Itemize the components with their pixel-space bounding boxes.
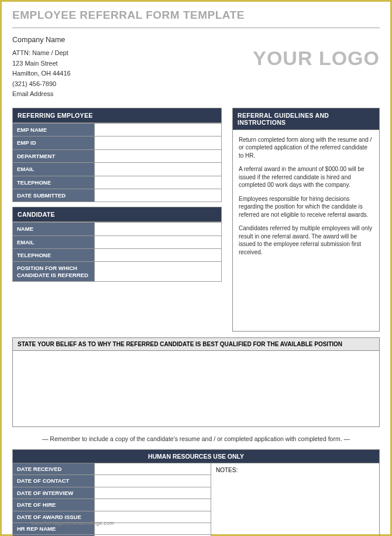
company-attn: ATTN: Name / Dept bbox=[12, 48, 71, 59]
field-label: DATE OF INTERVIEW bbox=[13, 487, 95, 499]
table-row: TELEPHONE bbox=[13, 176, 222, 189]
field-label: DEPARTMENT bbox=[13, 149, 95, 162]
field-value[interactable] bbox=[95, 163, 222, 176]
field-label: NAME bbox=[13, 223, 95, 235]
hr-notes-box[interactable]: NOTES: bbox=[211, 463, 380, 536]
belief-header: STATE YOUR BELIEF AS TO WHY THE REFERRED… bbox=[12, 337, 380, 351]
field-label: DATE OF HIRE bbox=[13, 499, 95, 511]
table-row: DATE OF CONTACT bbox=[13, 475, 211, 487]
field-label: EMP ID bbox=[13, 136, 95, 149]
field-value[interactable] bbox=[95, 487, 211, 499]
field-label: EMAIL bbox=[13, 235, 95, 248]
table-row: DEPARTMENT bbox=[13, 149, 222, 162]
field-value[interactable] bbox=[95, 499, 211, 511]
page-title: EMPLOYEE REFERRAL FORM TEMPLATE bbox=[12, 9, 380, 22]
company-email: Email Address bbox=[12, 89, 71, 100]
field-value[interactable] bbox=[95, 475, 211, 487]
table-row: EMP NAME bbox=[13, 123, 222, 136]
hr-notes-label: NOTES: bbox=[216, 467, 238, 473]
referring-table: EMP NAME EMP ID DEPARTMENT EMAIL TELEPHO… bbox=[12, 123, 222, 202]
field-value[interactable] bbox=[95, 189, 222, 202]
company-block: Company Name ATTN: Name / Dept 123 Main … bbox=[12, 34, 71, 100]
candidate-table: NAME EMAIL TELEPHONE POSITION FOR WHICH … bbox=[12, 222, 222, 282]
guidelines-header: REFERRAL GUIDELINES AND INSTRUCTIONS bbox=[232, 108, 380, 130]
company-name: Company Name bbox=[12, 34, 71, 46]
watermark: www.heritagechristiancollege.com bbox=[31, 520, 114, 526]
field-value[interactable] bbox=[95, 235, 222, 248]
field-value[interactable] bbox=[95, 149, 222, 162]
field-value[interactable] bbox=[95, 249, 222, 262]
field-label: EMAIL bbox=[13, 163, 95, 176]
table-row: EMAIL bbox=[13, 163, 222, 176]
guideline-paragraph: Employees responsible for hiring decisio… bbox=[239, 195, 373, 219]
guideline-paragraph: A referral award in the amount of $000.0… bbox=[239, 165, 373, 189]
field-label: DATE OF CONTACT bbox=[13, 475, 95, 487]
field-label: DATE RECEIVED bbox=[13, 463, 95, 475]
table-row: DATE OF HIRE bbox=[13, 499, 211, 511]
field-value[interactable] bbox=[95, 262, 222, 282]
field-label: EMP NAME bbox=[13, 123, 95, 136]
field-label: TELEPHONE bbox=[13, 176, 95, 189]
field-value[interactable] bbox=[95, 223, 222, 235]
table-row: DATE RECEIVED bbox=[13, 463, 211, 475]
guideline-paragraph: Candidates referred by multiple employee… bbox=[239, 224, 373, 256]
title-rule bbox=[12, 28, 380, 28]
table-row: NAME bbox=[13, 223, 222, 235]
belief-textarea[interactable] bbox=[12, 351, 380, 427]
reminder-text: — Remember to include a copy of the cand… bbox=[12, 435, 380, 442]
field-value[interactable] bbox=[95, 463, 211, 475]
field-label: POSITION FOR WHICH CANDIDATE IS REFERRED bbox=[13, 262, 95, 282]
field-label: DATE SUBMITTED bbox=[13, 189, 95, 202]
company-street: 123 Main Street bbox=[12, 59, 71, 69]
table-row: DATE SUBMITTED bbox=[13, 189, 222, 202]
field-value[interactable] bbox=[95, 123, 222, 136]
referring-header: REFERRING EMPLOYEE bbox=[12, 108, 222, 123]
guideline-paragraph: Return completed form along with the res… bbox=[239, 136, 373, 160]
field-value[interactable] bbox=[95, 176, 222, 189]
hr-header: HUMAN RESOURCES USE ONLY bbox=[12, 449, 380, 463]
table-row: POSITION FOR WHICH CANDIDATE IS REFERRED bbox=[13, 262, 222, 282]
candidate-header: CANDIDATE bbox=[12, 207, 222, 222]
table-row: EMP ID bbox=[13, 136, 222, 149]
table-row: DATE OF INTERVIEW bbox=[13, 487, 211, 499]
field-label: TELEPHONE bbox=[13, 249, 95, 262]
guidelines-box: Return completed form along with the res… bbox=[232, 130, 380, 332]
field-value[interactable] bbox=[95, 136, 222, 149]
table-row: EMAIL bbox=[13, 235, 222, 248]
company-city: Hamilton, OH 44416 bbox=[12, 69, 71, 79]
table-row: TELEPHONE bbox=[13, 249, 222, 262]
logo-placeholder: YOUR LOGO bbox=[253, 47, 380, 70]
company-phone: (321) 456-7890 bbox=[12, 79, 71, 90]
